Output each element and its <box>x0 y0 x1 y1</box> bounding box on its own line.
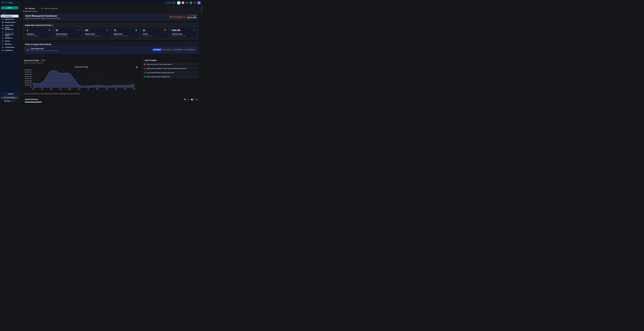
trending-up-icon <box>142 59 144 61</box>
search-icon <box>166 2 166 3</box>
chart-area: Asset Cost Trends ₹0₹10,000,000₹20,000,0… <box>24 65 139 91</box>
sidebar-item-workflows[interactable]: Workflows <box>1 43 18 45</box>
users-icon <box>2 34 4 36</box>
avg-tickets-ticker: Avg Tickets/Month 6 <box>169 14 188 19</box>
chat-icon <box>4 97 6 98</box>
sidebar-section-assets: ASSETS <box>2 13 19 14</box>
server-icon <box>135 29 137 31</box>
svg-text:₹0: ₹0 <box>30 87 32 88</box>
filter-last-3-months[interactable]: Last 3 Months <box>184 48 196 51</box>
device-icon <box>106 29 108 31</box>
scrollbar-thumb[interactable] <box>201 6 202 15</box>
filter-this-year[interactable]: This Year <box>152 48 162 51</box>
tab-custom-dashboard[interactable]: Custom Dashboard <box>38 6 60 11</box>
lock-icon <box>52 24 54 26</box>
tab-overview[interactable]: Overview <box>23 6 38 11</box>
ai-assistant-button[interactable] <box>177 1 180 4</box>
users-icon <box>77 29 79 31</box>
insight-item: server represents 44% of physical asset … <box>142 71 198 74</box>
filter-last-6-months[interactable]: Last 6 Months <box>172 48 184 51</box>
upgrade-button[interactable]: Upgrade <box>1 92 18 95</box>
bars-chart-toggle[interactable] <box>191 99 194 100</box>
export-image-button[interactable] <box>184 98 186 101</box>
svg-text:₹80,000,000: ₹80,000,000 <box>25 69 32 70</box>
stat-card-active-employees: 81 Active Employees Total active employe… <box>54 27 81 38</box>
logo: WorkVerge <box>0 0 19 5</box>
sidebar-item-vendor-management[interactable]: Vendor Management <box>1 27 18 30</box>
archive-icon <box>2 21 4 23</box>
stat-card-vendors: 34 Vendors Total active vendors <box>141 27 168 38</box>
keyboard-shortcut-badge: ⌘ <box>173 2 175 3</box>
workverge-logo-icon <box>1 1 4 4</box>
svg-text:Jan: Jan <box>32 88 34 90</box>
svg-text:₹30,000,000: ₹30,000,000 <box>25 80 32 81</box>
svg-text:₹20,000,000: ₹20,000,000 <box>25 82 32 84</box>
svg-text:Mar: Mar <box>50 88 52 90</box>
sidebar-item-employees-teams[interactable]: Employees & Teams <box>1 33 18 36</box>
calendar-icon <box>154 49 155 50</box>
svg-text:Apr: Apr <box>60 88 62 90</box>
sidebar-item-physical-assets[interactable]: Physical Assets <box>1 21 18 24</box>
trends-insights-section: Trends & Insights (Time-Filtered) Chart … <box>23 42 199 54</box>
svg-text:Feb: Feb <box>41 88 44 90</box>
sidebar-item-integrations[interactable]: Integrations <box>1 49 18 52</box>
warning-icon <box>144 68 146 69</box>
topbar: ⌘ ? S <box>19 0 202 6</box>
sidebar-item-dashboard[interactable]: Dashboard <box>1 15 18 17</box>
person-icon <box>190 2 192 3</box>
sidebar: WorkVerge ITAM ASSETS Dashboard Digital … <box>0 0 19 102</box>
workspace-switcher-button[interactable]: ITAM <box>1 6 18 9</box>
svg-text:Oct: Oct <box>115 88 117 90</box>
profile-button[interactable] <box>190 1 192 4</box>
user-avatar[interactable]: S <box>198 1 200 4</box>
sidebar-item-reports[interactable]: Reports <box>1 40 18 42</box>
stat-card-total-asset-cost: ₹292.3M $ Total Asset Cost Combined valu… <box>170 27 197 38</box>
calendar-icon <box>27 49 29 50</box>
svg-text:₹10,000,000: ₹10,000,000 <box>25 84 32 86</box>
insight-item: Servers makes up 44% of digital assets <box>142 75 198 78</box>
sidebar-item-digital-assets[interactable]: Digital Assets <box>1 18 18 20</box>
fullscreen-icon <box>194 2 196 3</box>
calendar-icon <box>185 49 186 50</box>
quick-insights-header: Quick Insights <box>142 59 198 61</box>
robot-icon <box>178 2 180 4</box>
svg-text:Jun: Jun <box>78 88 80 90</box>
clock-icon <box>170 16 172 18</box>
fullscreen-button[interactable] <box>194 1 196 4</box>
building-icon <box>48 29 50 31</box>
logo-text: WorkVerge <box>4 2 13 3</box>
asset-summary-controls: Bars Chart <box>184 98 198 101</box>
page-subtitle: Monitor and manage your organization's a… <box>25 17 60 19</box>
collapse-sidebar-icon[interactable] <box>16 2 18 3</box>
search-box[interactable]: ⌘ <box>164 1 176 4</box>
svg-text:Sep: Sep <box>106 88 108 90</box>
svg-text:Nov: Nov <box>124 88 126 90</box>
sidebar-item-configurations[interactable]: Configurations <box>1 46 18 49</box>
nodes-icon <box>2 40 4 42</box>
laptop-icon <box>144 72 146 73</box>
quick-insights-panel: Quick Insights Others accounts for 73% o… <box>142 59 198 61</box>
tab-bar: Overview Custom Dashboard <box>19 6 202 11</box>
chart-label: Chart <box>195 99 198 100</box>
filter-last-year[interactable]: Last Year <box>162 48 171 51</box>
briefcase-icon <box>2 28 4 29</box>
toggle-knob <box>191 99 192 100</box>
help-button[interactable]: ? <box>182 1 184 4</box>
snapshot-title: Organization Snapshot (All-Time) <box>25 24 54 26</box>
chart-card-subtitle: Monthly cost trends of all assets <box>24 62 139 63</box>
stat-card-physical-assets: 120 Physical Assets All devices in your … <box>83 27 110 38</box>
sidebar-footer: WorkVerge © 2026 <box>1 100 18 102</box>
sidebar-item-asset-tickets[interactable]: Asset Tickets <box>1 24 18 27</box>
image-icon <box>184 99 186 100</box>
search-input[interactable] <box>167 2 172 3</box>
share-feedback-button[interactable]: Share Feedback <box>1 96 18 99</box>
svg-text:₹70,000,000: ₹70,000,000 <box>25 71 32 73</box>
sidebar-item-workplaces[interactable]: Workplaces <box>1 36 18 39</box>
store-icon <box>144 63 146 65</box>
notifications-button[interactable] <box>186 1 188 4</box>
bars-label: Bars <box>187 99 190 100</box>
asset-summary-title: Asset Summary <box>25 98 38 100</box>
online-status-dot <box>180 3 180 4</box>
store-icon <box>164 29 166 31</box>
divider <box>24 65 139 65</box>
